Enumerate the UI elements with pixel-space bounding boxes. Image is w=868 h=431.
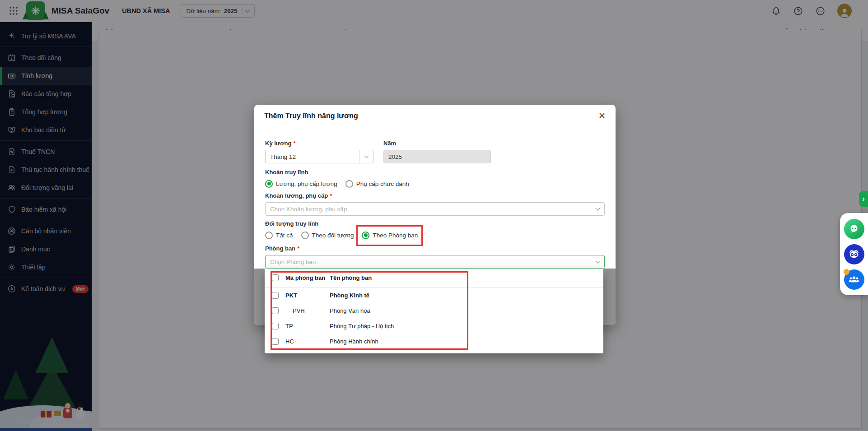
- phong-ban-label: Phòng ban*: [265, 245, 605, 252]
- radio-dot: [265, 232, 273, 239]
- khoan-luong-label: Khoản lương, phụ cấp*: [265, 192, 605, 199]
- community-button[interactable]: [844, 269, 864, 290]
- support-panel-expand-tab[interactable]: ›: [859, 191, 868, 207]
- required-mark: *: [293, 140, 295, 147]
- khoan-truy-linh-label: Khoản truy lĩnh: [265, 169, 605, 176]
- radio-phu-cap-chuc-danh[interactable]: Phụ cấp chức danh: [345, 180, 409, 188]
- column-header-name: Tên phòng ban: [330, 274, 372, 281]
- radio-dot: [301, 232, 309, 239]
- modal-header: Thêm Truy lĩnh nâng lương ✕: [254, 105, 616, 127]
- chevron-down-icon[interactable]: [591, 203, 604, 215]
- department-row-tp[interactable]: TP Phòng Tư pháp - Hộ tịch: [265, 318, 603, 334]
- radio-dot: [265, 180, 273, 188]
- nam-input-disabled: 2025: [383, 150, 491, 163]
- modal-title: Thêm Truy lĩnh nâng lương: [264, 112, 358, 120]
- ky-luong-field: Kỳ lương* Tháng 12: [265, 140, 373, 163]
- radio-dot: [362, 232, 369, 239]
- ava-assistant-button[interactable]: [844, 244, 864, 264]
- chat-bubble-icon: [848, 223, 860, 235]
- phong-ban-dropdown-panel: Mã phòng ban Tên phòng ban PKT Phòng Kin…: [265, 269, 603, 353]
- select-all-checkbox[interactable]: [272, 274, 279, 281]
- modal-body: Kỳ lương* Tháng 12 Năm 2025 Khoản truy l…: [254, 127, 616, 269]
- nam-label: Năm: [383, 140, 491, 147]
- close-icon[interactable]: ✕: [598, 111, 606, 120]
- notification-dot: [844, 269, 849, 275]
- department-row-pkt[interactable]: PKT Phòng Kinh tế: [265, 287, 603, 303]
- department-row-pvh[interactable]: PVH Phòng Văn hóa: [265, 303, 603, 318]
- dropdown-header-row: Mã phòng ban Tên phòng ban: [265, 269, 603, 287]
- ky-luong-label: Kỳ lương*: [265, 140, 373, 147]
- radio-tat-ca[interactable]: Tất cả: [265, 232, 293, 239]
- radio-theo-doi-tuong[interactable]: Theo đối tượng: [301, 232, 354, 239]
- doi-tuong-label: Đối tượng truy lĩnh: [265, 220, 605, 227]
- phong-ban-field: Phòng ban* Chọn Phòng ban: [265, 245, 605, 269]
- column-header-code: Mã phòng ban: [285, 274, 330, 281]
- chevron-right-icon: ›: [862, 195, 864, 203]
- khoan-luong-field: Khoản lương, phụ cấp* Chọn Khoản lương, …: [265, 192, 605, 216]
- row-checkbox[interactable]: [272, 307, 279, 314]
- doi-tuong-field: Đối tượng truy lĩnh Tất cả Theo đối tượn…: [265, 220, 605, 239]
- nam-field: Năm 2025: [383, 140, 491, 163]
- khoan-truy-linh-field: Khoản truy lĩnh Lương, phụ cấp lương Phụ…: [265, 169, 605, 188]
- row-checkbox[interactable]: [272, 292, 279, 299]
- radio-luong-phu-cap-luong[interactable]: Lương, phụ cấp lương: [265, 180, 337, 188]
- ky-luong-select[interactable]: Tháng 12: [265, 150, 373, 163]
- people-group-icon: [848, 273, 860, 285]
- required-mark: *: [297, 245, 299, 252]
- radio-theo-phong-ban[interactable]: Theo Phòng ban: [362, 232, 418, 239]
- robot-face-icon: [848, 248, 860, 260]
- radio-dot: [345, 180, 353, 188]
- department-row-hc[interactable]: HC Phòng Hành chính: [265, 334, 603, 349]
- support-floating-panel: [840, 213, 868, 295]
- required-mark: *: [330, 192, 332, 199]
- row-checkbox[interactable]: [272, 323, 279, 329]
- khoan-luong-select[interactable]: Chọn Khoản lương, phụ cấp: [265, 202, 605, 216]
- chat-support-button[interactable]: [844, 219, 864, 239]
- phong-ban-select[interactable]: Chọn Phòng ban: [265, 255, 605, 269]
- row-checkbox[interactable]: [272, 338, 279, 345]
- chevron-down-icon[interactable]: [591, 255, 604, 268]
- chevron-down-icon[interactable]: [359, 150, 373, 163]
